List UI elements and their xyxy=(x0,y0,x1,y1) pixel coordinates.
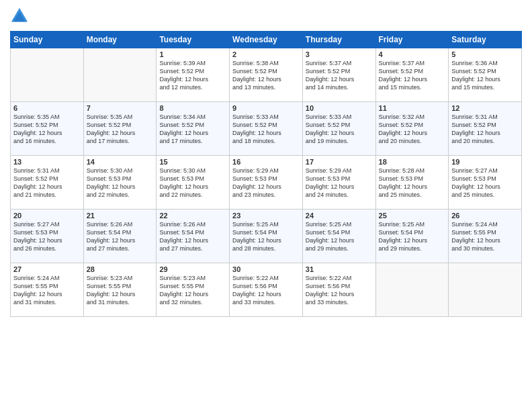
day-number: 15 xyxy=(159,158,226,166)
logo xyxy=(10,7,32,26)
day-info: Sunrise: 5:22 AM Sunset: 5:56 PM Dayligh… xyxy=(232,274,300,307)
day-cell: 23Sunrise: 5:25 AM Sunset: 5:54 PM Dayli… xyxy=(230,210,303,263)
day-info: Sunrise: 5:33 AM Sunset: 5:52 PM Dayligh… xyxy=(306,113,373,146)
day-cell: 24Sunrise: 5:25 AM Sunset: 5:54 PM Dayli… xyxy=(302,210,375,263)
day-info: Sunrise: 5:35 AM Sunset: 5:52 PM Dayligh… xyxy=(87,113,154,146)
day-cell xyxy=(83,48,157,102)
day-info: Sunrise: 5:27 AM Sunset: 5:53 PM Dayligh… xyxy=(13,220,81,253)
day-header-saturday: Saturday xyxy=(449,32,522,48)
day-info: Sunrise: 5:38 AM Sunset: 5:52 PM Dayligh… xyxy=(232,59,300,92)
day-info: Sunrise: 5:35 AM Sunset: 5:52 PM Dayligh… xyxy=(13,113,81,146)
day-number: 14 xyxy=(87,158,154,166)
day-number: 29 xyxy=(159,265,226,273)
day-cell: 10Sunrise: 5:33 AM Sunset: 5:52 PM Dayli… xyxy=(302,102,375,156)
day-info: Sunrise: 5:28 AM Sunset: 5:53 PM Dayligh… xyxy=(379,167,446,199)
day-info: Sunrise: 5:37 AM Sunset: 5:52 PM Dayligh… xyxy=(379,59,446,92)
day-number: 16 xyxy=(232,158,300,166)
day-info: Sunrise: 5:31 AM Sunset: 5:52 PM Dayligh… xyxy=(451,113,519,146)
day-number: 31 xyxy=(306,265,373,273)
day-info: Sunrise: 5:37 AM Sunset: 5:52 PM Dayligh… xyxy=(306,59,373,92)
day-cell: 15Sunrise: 5:30 AM Sunset: 5:53 PM Dayli… xyxy=(157,156,230,210)
day-cell xyxy=(11,48,84,102)
header-row: SundayMondayTuesdayWednesdayThursdayFrid… xyxy=(11,32,522,48)
week-row-0: 1Sunrise: 5:39 AM Sunset: 5:52 PM Daylig… xyxy=(11,48,522,102)
day-info: Sunrise: 5:26 AM Sunset: 5:54 PM Dayligh… xyxy=(87,220,154,253)
calendar-table: SundayMondayTuesdayWednesdayThursdayFrid… xyxy=(10,31,522,317)
day-number: 8 xyxy=(159,104,226,112)
day-info: Sunrise: 5:29 AM Sunset: 5:53 PM Dayligh… xyxy=(232,167,300,199)
page-container: SundayMondayTuesdayWednesdayThursdayFrid… xyxy=(0,0,532,320)
day-cell xyxy=(375,263,449,317)
day-number: 10 xyxy=(306,104,373,112)
day-cell: 6Sunrise: 5:35 AM Sunset: 5:52 PM Daylig… xyxy=(11,102,84,156)
day-info: Sunrise: 5:27 AM Sunset: 5:53 PM Dayligh… xyxy=(451,167,519,199)
day-cell xyxy=(449,263,522,317)
day-cell: 31Sunrise: 5:22 AM Sunset: 5:56 PM Dayli… xyxy=(302,263,375,317)
day-info: Sunrise: 5:23 AM Sunset: 5:55 PM Dayligh… xyxy=(87,274,154,307)
day-number: 9 xyxy=(232,104,300,112)
day-number: 18 xyxy=(379,158,446,166)
day-number: 25 xyxy=(379,212,446,220)
day-cell: 5Sunrise: 5:36 AM Sunset: 5:52 PM Daylig… xyxy=(449,48,522,102)
day-cell: 2Sunrise: 5:38 AM Sunset: 5:52 PM Daylig… xyxy=(230,48,303,102)
day-number: 7 xyxy=(87,104,154,112)
day-cell: 29Sunrise: 5:23 AM Sunset: 5:55 PM Dayli… xyxy=(157,263,230,317)
day-info: Sunrise: 5:30 AM Sunset: 5:53 PM Dayligh… xyxy=(159,167,226,199)
day-number: 26 xyxy=(451,212,519,220)
day-cell: 13Sunrise: 5:31 AM Sunset: 5:52 PM Dayli… xyxy=(11,156,84,210)
week-row-4: 27Sunrise: 5:24 AM Sunset: 5:55 PM Dayli… xyxy=(11,263,522,317)
day-number: 21 xyxy=(87,212,154,220)
day-info: Sunrise: 5:33 AM Sunset: 5:52 PM Dayligh… xyxy=(232,113,300,146)
day-cell: 3Sunrise: 5:37 AM Sunset: 5:52 PM Daylig… xyxy=(302,48,375,102)
day-cell: 28Sunrise: 5:23 AM Sunset: 5:55 PM Dayli… xyxy=(83,263,157,317)
day-info: Sunrise: 5:22 AM Sunset: 5:56 PM Dayligh… xyxy=(306,274,373,307)
day-cell: 19Sunrise: 5:27 AM Sunset: 5:53 PM Dayli… xyxy=(449,156,522,210)
day-info: Sunrise: 5:29 AM Sunset: 5:53 PM Dayligh… xyxy=(306,167,373,199)
day-header-sunday: Sunday xyxy=(11,32,84,48)
day-number: 30 xyxy=(232,265,300,273)
day-cell: 17Sunrise: 5:29 AM Sunset: 5:53 PM Dayli… xyxy=(302,156,375,210)
day-header-friday: Friday xyxy=(375,32,449,48)
day-cell: 14Sunrise: 5:30 AM Sunset: 5:53 PM Dayli… xyxy=(83,156,157,210)
day-cell: 18Sunrise: 5:28 AM Sunset: 5:53 PM Dayli… xyxy=(375,156,449,210)
day-number: 24 xyxy=(306,212,373,220)
day-cell: 26Sunrise: 5:24 AM Sunset: 5:55 PM Dayli… xyxy=(449,210,522,263)
day-number: 2 xyxy=(232,50,300,58)
day-cell: 4Sunrise: 5:37 AM Sunset: 5:52 PM Daylig… xyxy=(375,48,449,102)
week-row-1: 6Sunrise: 5:35 AM Sunset: 5:52 PM Daylig… xyxy=(11,102,522,156)
day-info: Sunrise: 5:31 AM Sunset: 5:52 PM Dayligh… xyxy=(13,167,81,199)
day-number: 5 xyxy=(451,50,519,58)
day-cell: 25Sunrise: 5:25 AM Sunset: 5:54 PM Dayli… xyxy=(375,210,449,263)
header xyxy=(10,7,522,26)
day-number: 20 xyxy=(13,212,81,220)
logo-icon xyxy=(10,7,29,26)
day-cell: 9Sunrise: 5:33 AM Sunset: 5:52 PM Daylig… xyxy=(230,102,303,156)
day-cell: 1Sunrise: 5:39 AM Sunset: 5:52 PM Daylig… xyxy=(157,48,230,102)
day-number: 3 xyxy=(306,50,373,58)
day-info: Sunrise: 5:24 AM Sunset: 5:55 PM Dayligh… xyxy=(13,274,81,307)
day-info: Sunrise: 5:25 AM Sunset: 5:54 PM Dayligh… xyxy=(379,220,446,253)
day-number: 28 xyxy=(87,265,154,273)
day-info: Sunrise: 5:25 AM Sunset: 5:54 PM Dayligh… xyxy=(232,220,300,253)
day-number: 22 xyxy=(159,212,226,220)
day-number: 27 xyxy=(13,265,81,273)
day-cell: 27Sunrise: 5:24 AM Sunset: 5:55 PM Dayli… xyxy=(11,263,84,317)
day-number: 1 xyxy=(159,50,226,58)
day-info: Sunrise: 5:39 AM Sunset: 5:52 PM Dayligh… xyxy=(159,59,226,92)
day-cell: 22Sunrise: 5:26 AM Sunset: 5:54 PM Dayli… xyxy=(157,210,230,263)
day-cell: 8Sunrise: 5:34 AM Sunset: 5:52 PM Daylig… xyxy=(157,102,230,156)
day-number: 11 xyxy=(379,104,446,112)
day-cell: 20Sunrise: 5:27 AM Sunset: 5:53 PM Dayli… xyxy=(11,210,84,263)
day-header-wednesday: Wednesday xyxy=(230,32,303,48)
day-cell: 21Sunrise: 5:26 AM Sunset: 5:54 PM Dayli… xyxy=(83,210,157,263)
day-info: Sunrise: 5:26 AM Sunset: 5:54 PM Dayligh… xyxy=(159,220,226,253)
day-info: Sunrise: 5:36 AM Sunset: 5:52 PM Dayligh… xyxy=(451,59,519,92)
day-header-thursday: Thursday xyxy=(302,32,375,48)
day-info: Sunrise: 5:30 AM Sunset: 5:53 PM Dayligh… xyxy=(87,167,154,199)
day-number: 6 xyxy=(13,104,81,112)
day-cell: 7Sunrise: 5:35 AM Sunset: 5:52 PM Daylig… xyxy=(83,102,157,156)
day-cell: 30Sunrise: 5:22 AM Sunset: 5:56 PM Dayli… xyxy=(230,263,303,317)
day-header-monday: Monday xyxy=(83,32,157,48)
day-header-tuesday: Tuesday xyxy=(157,32,230,48)
day-number: 12 xyxy=(451,104,519,112)
